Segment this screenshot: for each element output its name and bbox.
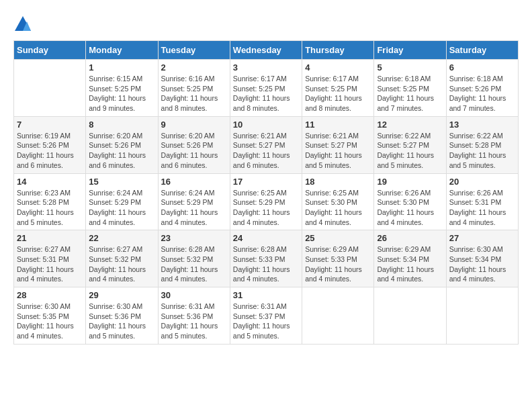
day-info: Sunrise: 6:21 AMSunset: 5:27 PMDaylight:… — [305, 131, 371, 171]
day-info: Sunrise: 6:31 AMSunset: 5:37 PMDaylight:… — [233, 302, 299, 341]
day-info: Sunrise: 6:28 AMSunset: 5:32 PMDaylight:… — [161, 244, 227, 284]
day-info: Sunrise: 6:24 AMSunset: 5:29 PMDaylight:… — [89, 188, 154, 228]
calendar-cell: 4Sunrise: 6:17 AMSunset: 5:25 PMDaylight… — [302, 60, 374, 117]
calendar-cell: 14Sunrise: 6:23 AMSunset: 5:28 PMDayligh… — [14, 173, 86, 230]
day-number: 2 — [161, 62, 227, 73]
day-number: 6 — [449, 62, 515, 73]
day-info: Sunrise: 6:21 AMSunset: 5:27 PMDaylight:… — [233, 131, 299, 171]
day-info: Sunrise: 6:27 AMSunset: 5:32 PMDaylight:… — [89, 244, 154, 284]
day-info: Sunrise: 6:23 AMSunset: 5:28 PMDaylight:… — [17, 188, 83, 228]
day-info: Sunrise: 6:31 AMSunset: 5:36 PMDaylight:… — [161, 302, 227, 341]
calendar-cell — [302, 287, 374, 345]
day-info: Sunrise: 6:15 AMSunset: 5:25 PMDaylight:… — [89, 74, 154, 113]
day-number: 17 — [233, 177, 299, 187]
calendar-cell: 13Sunrise: 6:22 AMSunset: 5:28 PMDayligh… — [446, 116, 518, 173]
day-info: Sunrise: 6:16 AMSunset: 5:25 PMDaylight:… — [161, 74, 227, 113]
day-number: 21 — [17, 233, 83, 243]
header-saturday: Saturday — [446, 41, 518, 60]
day-number: 7 — [17, 120, 83, 130]
day-info: Sunrise: 6:26 AMSunset: 5:31 PMDaylight:… — [449, 188, 515, 228]
header-friday: Friday — [374, 41, 446, 60]
calendar-cell: 22Sunrise: 6:27 AMSunset: 5:32 PMDayligh… — [86, 230, 158, 287]
day-info: Sunrise: 6:29 AMSunset: 5:34 PMDaylight:… — [377, 244, 443, 284]
calendar-cell: 7Sunrise: 6:19 AMSunset: 5:26 PMDaylight… — [14, 116, 86, 173]
day-number: 14 — [17, 177, 83, 187]
calendar-cell: 28Sunrise: 6:30 AMSunset: 5:35 PMDayligh… — [14, 287, 86, 345]
day-info: Sunrise: 6:18 AMSunset: 5:26 PMDaylight:… — [449, 74, 515, 113]
calendar-cell — [446, 287, 518, 345]
day-number: 19 — [377, 177, 443, 187]
day-number: 31 — [233, 290, 299, 300]
logo — [13, 13, 35, 34]
day-number: 16 — [161, 177, 227, 187]
calendar-table: SundayMondayTuesdayWednesdayThursdayFrid… — [13, 40, 519, 345]
day-number: 22 — [89, 233, 154, 243]
calendar-cell: 16Sunrise: 6:24 AMSunset: 5:29 PMDayligh… — [158, 173, 230, 230]
day-number: 23 — [161, 233, 227, 243]
header-tuesday: Tuesday — [158, 41, 230, 60]
day-number: 28 — [17, 290, 83, 300]
calendar-cell: 18Sunrise: 6:25 AMSunset: 5:30 PMDayligh… — [302, 173, 374, 230]
day-info: Sunrise: 6:25 AMSunset: 5:30 PMDaylight:… — [305, 188, 371, 228]
calendar-cell: 23Sunrise: 6:28 AMSunset: 5:32 PMDayligh… — [158, 230, 230, 287]
day-number: 13 — [449, 120, 515, 130]
day-info: Sunrise: 6:20 AMSunset: 5:26 PMDaylight:… — [89, 131, 154, 171]
calendar-cell: 8Sunrise: 6:20 AMSunset: 5:26 PMDaylight… — [86, 116, 158, 173]
day-number: 11 — [305, 120, 371, 130]
day-number: 26 — [377, 233, 443, 243]
page-header — [13, 13, 519, 34]
calendar-cell: 25Sunrise: 6:29 AMSunset: 5:33 PMDayligh… — [302, 230, 374, 287]
calendar-cell: 21Sunrise: 6:27 AMSunset: 5:31 PMDayligh… — [14, 230, 86, 287]
day-info: Sunrise: 6:22 AMSunset: 5:27 PMDaylight:… — [377, 131, 443, 171]
day-info: Sunrise: 6:24 AMSunset: 5:29 PMDaylight:… — [161, 188, 227, 228]
calendar-week-2: 7Sunrise: 6:19 AMSunset: 5:26 PMDaylight… — [14, 116, 519, 173]
day-number: 27 — [449, 233, 515, 243]
calendar-cell: 17Sunrise: 6:25 AMSunset: 5:29 PMDayligh… — [230, 173, 302, 230]
day-number: 12 — [377, 120, 443, 130]
calendar-cell: 29Sunrise: 6:30 AMSunset: 5:36 PMDayligh… — [86, 287, 158, 345]
calendar-week-1: 1Sunrise: 6:15 AMSunset: 5:25 PMDaylight… — [14, 60, 519, 117]
calendar-cell: 2Sunrise: 6:16 AMSunset: 5:25 PMDaylight… — [158, 60, 230, 117]
day-info: Sunrise: 6:29 AMSunset: 5:33 PMDaylight:… — [305, 244, 371, 284]
day-info: Sunrise: 6:17 AMSunset: 5:25 PMDaylight:… — [233, 74, 299, 113]
calendar-cell: 11Sunrise: 6:21 AMSunset: 5:27 PMDayligh… — [302, 116, 374, 173]
calendar-cell — [14, 60, 86, 117]
day-number: 8 — [89, 120, 154, 130]
calendar-cell: 19Sunrise: 6:26 AMSunset: 5:30 PMDayligh… — [374, 173, 446, 230]
calendar-week-5: 28Sunrise: 6:30 AMSunset: 5:35 PMDayligh… — [14, 287, 519, 345]
calendar-cell: 1Sunrise: 6:15 AMSunset: 5:25 PMDaylight… — [86, 60, 158, 117]
day-number: 24 — [233, 233, 299, 243]
day-number: 25 — [305, 233, 371, 243]
day-number: 1 — [89, 62, 154, 73]
header-sunday: Sunday — [14, 41, 86, 60]
day-info: Sunrise: 6:25 AMSunset: 5:29 PMDaylight:… — [233, 188, 299, 228]
day-number: 10 — [233, 120, 299, 130]
calendar-week-4: 21Sunrise: 6:27 AMSunset: 5:31 PMDayligh… — [14, 230, 519, 287]
day-info: Sunrise: 6:26 AMSunset: 5:30 PMDaylight:… — [377, 188, 443, 228]
calendar-cell: 31Sunrise: 6:31 AMSunset: 5:37 PMDayligh… — [230, 287, 302, 345]
calendar-cell — [374, 287, 446, 345]
day-info: Sunrise: 6:19 AMSunset: 5:26 PMDaylight:… — [17, 131, 83, 171]
calendar-cell: 24Sunrise: 6:28 AMSunset: 5:33 PMDayligh… — [230, 230, 302, 287]
day-info: Sunrise: 6:18 AMSunset: 5:25 PMDaylight:… — [377, 74, 443, 113]
day-info: Sunrise: 6:30 AMSunset: 5:35 PMDaylight:… — [17, 302, 83, 341]
calendar-cell: 5Sunrise: 6:18 AMSunset: 5:25 PMDaylight… — [374, 60, 446, 117]
day-info: Sunrise: 6:22 AMSunset: 5:28 PMDaylight:… — [449, 131, 515, 171]
day-info: Sunrise: 6:27 AMSunset: 5:31 PMDaylight:… — [17, 244, 83, 284]
day-info: Sunrise: 6:30 AMSunset: 5:36 PMDaylight:… — [89, 302, 154, 341]
header-monday: Monday — [86, 41, 158, 60]
calendar-cell: 15Sunrise: 6:24 AMSunset: 5:29 PMDayligh… — [86, 173, 158, 230]
header-thursday: Thursday — [302, 41, 374, 60]
calendar-cell: 30Sunrise: 6:31 AMSunset: 5:36 PMDayligh… — [158, 287, 230, 345]
day-number: 29 — [89, 290, 154, 300]
header-wednesday: Wednesday — [230, 41, 302, 60]
calendar-cell: 9Sunrise: 6:20 AMSunset: 5:26 PMDaylight… — [158, 116, 230, 173]
calendar-header-row: SundayMondayTuesdayWednesdayThursdayFrid… — [14, 41, 519, 60]
day-number: 20 — [449, 177, 515, 187]
logo-icon — [13, 15, 32, 34]
day-number: 30 — [161, 290, 227, 300]
day-number: 3 — [233, 62, 299, 73]
calendar-week-3: 14Sunrise: 6:23 AMSunset: 5:28 PMDayligh… — [14, 173, 519, 230]
day-info: Sunrise: 6:30 AMSunset: 5:34 PMDaylight:… — [449, 244, 515, 284]
calendar-cell: 10Sunrise: 6:21 AMSunset: 5:27 PMDayligh… — [230, 116, 302, 173]
